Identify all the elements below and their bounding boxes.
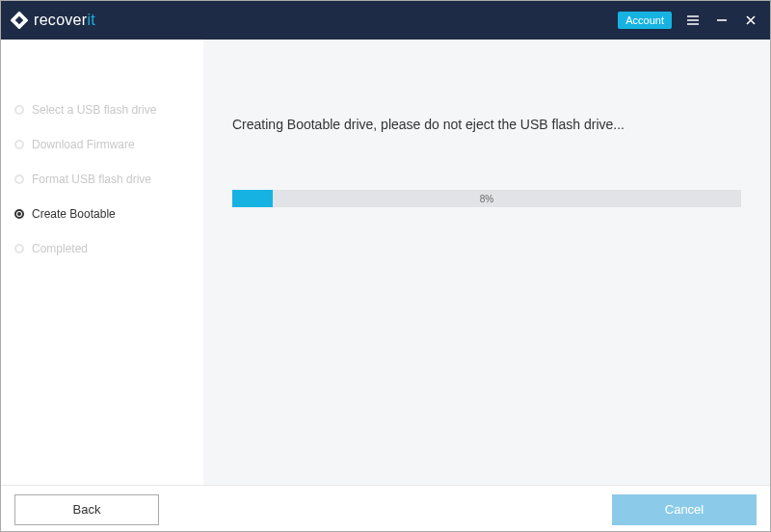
sidebar-step-format-usb: Format USB flash drive	[1, 162, 203, 197]
account-button[interactable]: Account	[618, 12, 672, 29]
close-icon[interactable]	[743, 13, 758, 28]
step-bullet-icon	[14, 209, 24, 219]
progress-label: 8%	[480, 194, 493, 204]
minimize-icon[interactable]	[714, 13, 730, 28]
back-button[interactable]: Back	[14, 494, 159, 525]
sidebar-step-download-firmware: Download Firmware	[1, 127, 203, 162]
sidebar-step-create-bootable: Create Bootable	[1, 197, 203, 231]
progress-bar: 8%	[232, 190, 741, 207]
step-label: Completed	[32, 242, 88, 255]
menu-icon[interactable]	[685, 13, 701, 28]
sidebar-step-completed: Completed	[1, 231, 203, 266]
main-panel: Creating Bootable drive, please do not e…	[203, 40, 770, 485]
brand-prefix: recover	[34, 12, 87, 28]
sidebar-step-select-usb: Select a USB flash drive	[1, 93, 203, 127]
step-bullet-icon	[14, 244, 24, 253]
step-label: Select a USB flash drive	[32, 103, 156, 117]
step-bullet-icon	[14, 140, 24, 149]
progress-fill	[232, 190, 273, 207]
recoverit-logo-icon	[11, 12, 28, 29]
app-logo: recoverit	[11, 12, 95, 29]
step-label: Create Bootable	[32, 207, 116, 221]
footer: Back Cancel	[1, 485, 770, 532]
step-bullet-icon	[14, 105, 24, 115]
brand-accent: it	[87, 12, 95, 28]
cancel-button[interactable]: Cancel	[612, 494, 757, 525]
window-controls: Account	[618, 12, 758, 29]
step-label: Download Firmware	[32, 138, 135, 151]
step-bullet-icon	[14, 174, 24, 184]
app-brand-text: recoverit	[34, 12, 95, 29]
step-label: Format USB flash drive	[32, 173, 151, 186]
body: Select a USB flash drive Download Firmwa…	[1, 40, 770, 485]
status-message: Creating Bootable drive, please do not e…	[232, 117, 741, 132]
sidebar: Select a USB flash drive Download Firmwa…	[1, 40, 203, 485]
title-bar: recoverit Account	[1, 1, 770, 40]
